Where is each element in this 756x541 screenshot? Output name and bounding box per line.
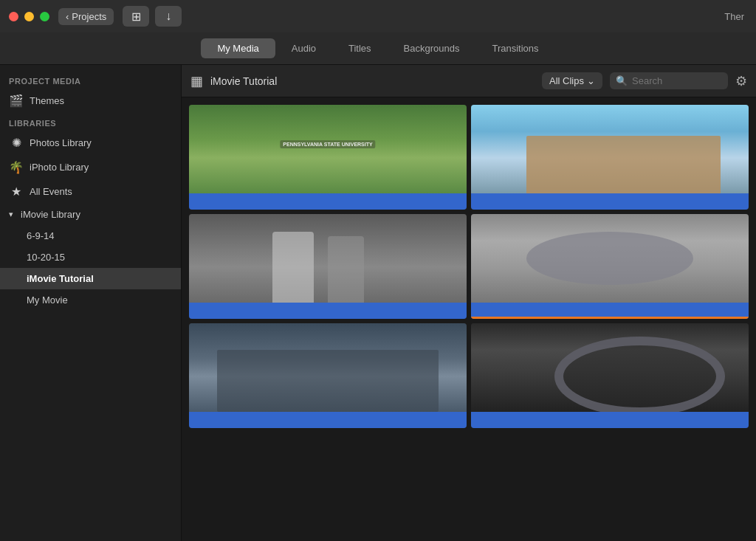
video-thumbnail[interactable] xyxy=(471,214,749,319)
video-thumbnail[interactable] xyxy=(471,105,749,210)
tab-titles[interactable]: Titles xyxy=(332,38,388,58)
video-image-6 xyxy=(471,323,749,412)
video-bar-5 xyxy=(189,412,467,428)
tab-backgrounds[interactable]: Backgrounds xyxy=(388,38,476,58)
sidebar-item-photos-library[interactable]: ✺ Photos Library xyxy=(0,131,181,155)
video-grid xyxy=(182,97,756,541)
download-icon-button[interactable]: ↓ xyxy=(155,6,182,27)
photos-library-label: Photos Library xyxy=(30,137,92,148)
imovie-tutorial-label: iMovie Tutorial xyxy=(27,273,94,284)
close-button[interactable] xyxy=(9,12,18,21)
video-image-2 xyxy=(471,105,749,193)
search-icon: 🔍 xyxy=(616,75,628,86)
video-bar-4 xyxy=(471,303,749,319)
video-thumbnail[interactable] xyxy=(189,323,467,428)
video-image-1 xyxy=(189,105,467,193)
grid-view-icon[interactable]: ▦ xyxy=(190,73,203,89)
main-area: PROJECT MEDIA 🎬 Themes LIBRARIES ✺ Photo… xyxy=(0,65,756,541)
project-media-label: PROJECT MEDIA xyxy=(0,71,181,89)
clips-label: All Clips xyxy=(549,75,584,86)
orange-progress-line xyxy=(471,317,749,319)
content-toolbar: ▦ iMovie Tutorial All Clips ⌄ 🔍 ⚙ xyxy=(182,65,756,97)
tab-transitions[interactable]: Transitions xyxy=(475,38,554,58)
minimize-button[interactable] xyxy=(24,12,34,21)
traffic-lights xyxy=(9,12,49,21)
chevron-left-icon: ‹ xyxy=(66,11,69,22)
sidebar-item-all-events[interactable]: ★ All Events xyxy=(0,179,181,204)
maximize-button[interactable] xyxy=(40,12,49,21)
date-label-2: 10-20-15 xyxy=(27,252,65,263)
content-area: ▦ iMovie Tutorial All Clips ⌄ 🔍 ⚙ xyxy=(182,65,756,541)
libraries-label: LIBRARIES xyxy=(0,113,181,131)
date-label-1: 6-9-14 xyxy=(27,230,55,241)
titlebar-right-text: Ther xyxy=(724,11,744,22)
back-label: Projects xyxy=(72,11,106,22)
video-bar-3 xyxy=(189,303,467,319)
video-image-3 xyxy=(189,214,467,303)
my-movie-label: My Movie xyxy=(27,294,68,306)
video-image-5 xyxy=(189,323,467,412)
sidebar-item-my-movie[interactable]: My Movie xyxy=(0,289,181,311)
photos-icon: ✺ xyxy=(9,136,24,150)
video-thumbnail[interactable] xyxy=(471,323,749,428)
tab-audio[interactable]: Audio xyxy=(275,38,332,58)
iphoto-library-label: iPhoto Library xyxy=(30,162,89,173)
sidebar-item-imovie-library[interactable]: ▾ iMovie Library xyxy=(0,204,181,225)
imovie-library-label: iMovie Library xyxy=(21,209,80,220)
search-box[interactable]: 🔍 xyxy=(610,72,728,89)
themes-icon: 🎬 xyxy=(9,94,24,108)
video-bar-6 xyxy=(471,412,749,428)
video-thumbnail[interactable] xyxy=(189,105,467,210)
iphoto-icon: 🌴 xyxy=(9,160,24,174)
sidebar-item-10-20-15[interactable]: 10-20-15 xyxy=(0,247,181,268)
sidebar-item-themes[interactable]: 🎬 Themes xyxy=(0,89,181,113)
content-title: iMovie Tutorial xyxy=(210,75,535,87)
video-bar-1 xyxy=(189,193,467,210)
all-events-label: All Events xyxy=(30,186,72,197)
settings-icon[interactable]: ⚙ xyxy=(735,73,747,89)
tabbar: My Media Audio Titles Backgrounds Transi… xyxy=(0,32,756,65)
clips-dropdown[interactable]: All Clips ⌄ xyxy=(542,72,602,89)
disclosure-arrow: ▾ xyxy=(9,210,13,219)
back-button[interactable]: ‹ Projects xyxy=(58,8,114,25)
video-bar-2 xyxy=(471,193,749,210)
all-events-icon: ★ xyxy=(9,185,24,199)
chevron-down-icon: ⌄ xyxy=(587,75,595,86)
search-input[interactable] xyxy=(632,75,722,86)
titlebar: ‹ Projects ⊞ ↓ Ther xyxy=(0,0,756,32)
video-thumbnail[interactable] xyxy=(189,214,467,319)
titlebar-icons: ⊞ ↓ xyxy=(123,6,182,27)
sidebar-item-imovie-tutorial[interactable]: iMovie Tutorial xyxy=(0,268,181,289)
sidebar-item-iphoto-library[interactable]: 🌴 iPhoto Library xyxy=(0,155,181,179)
video-image-4 xyxy=(471,214,749,303)
sidebar: PROJECT MEDIA 🎬 Themes LIBRARIES ✺ Photo… xyxy=(0,65,182,541)
sidebar-item-6-9-14[interactable]: 6-9-14 xyxy=(0,225,181,247)
themes-label: Themes xyxy=(30,95,64,106)
tab-my-media[interactable]: My Media xyxy=(201,38,275,58)
media-browser-icon-button[interactable]: ⊞ xyxy=(123,6,149,27)
